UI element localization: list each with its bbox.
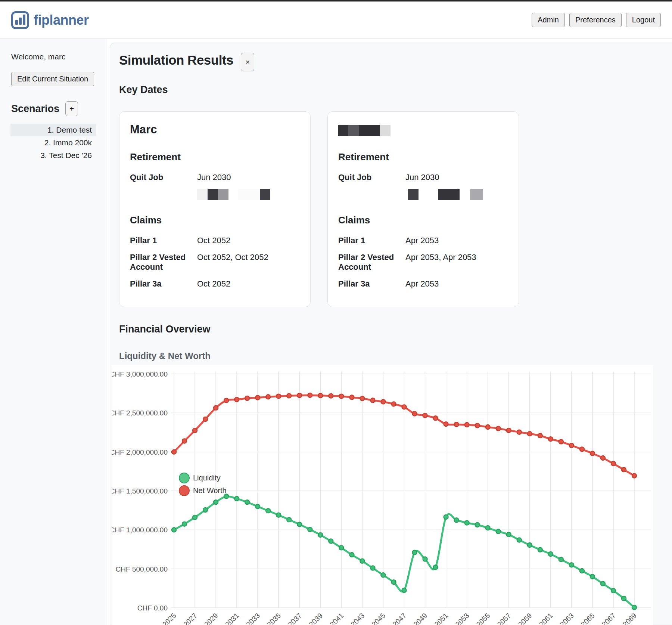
scenarios-title: Scenarios: [11, 103, 59, 115]
scenario-list: 1. Demo test 2. Immo 200k 3. Test Dec '2…: [10, 124, 96, 162]
svg-text:2053: 2053: [454, 612, 471, 625]
pillar1-value: Oct 2052: [197, 236, 299, 245]
legend-label: Liquidity: [193, 474, 220, 482]
svg-text:CHF 2,000,000.00: CHF 2,000,000.00: [112, 448, 168, 456]
chart-legend: Liquidity Net Worth: [179, 472, 227, 497]
logout-button[interactable]: Logout: [626, 13, 661, 27]
page-title: Simulation Results: [119, 53, 233, 68]
welcome-text: Welcome, marc: [11, 52, 96, 61]
svg-text:CHF 0.00: CHF 0.00: [137, 604, 168, 612]
key-dates-title: Key Dates: [119, 84, 672, 96]
svg-text:CHF 1,000,000.00: CHF 1,000,000.00: [112, 526, 168, 534]
quit-job-label: Quit Job: [130, 173, 197, 182]
quit-job-value: Jun 2030: [405, 173, 507, 182]
svg-text:2025: 2025: [161, 612, 178, 625]
edit-current-situation-button[interactable]: Edit Current Situation: [11, 72, 94, 86]
scenario-item-demo-test[interactable]: 1. Demo test: [10, 124, 96, 136]
svg-text:2067: 2067: [600, 612, 617, 625]
pillar3a-label: Pillar 3a: [338, 279, 405, 289]
claims-heading: Claims: [338, 214, 507, 226]
financial-overview-title: Financial Overview: [119, 324, 672, 335]
legend-label: Net Worth: [193, 486, 227, 495]
legend-item-net-worth[interactable]: Net Worth: [179, 485, 227, 497]
svg-text:2061: 2061: [538, 612, 554, 625]
pillar2-value: Apr 2053, Apr 2053: [405, 253, 507, 272]
svg-text:2035: 2035: [265, 612, 282, 625]
svg-text:2055: 2055: [475, 612, 492, 625]
pillar3a-label: Pillar 3a: [130, 279, 197, 289]
key-dates-card-marc: Marc Retirement Quit Job Jun 2030: [119, 111, 311, 307]
svg-text:2051: 2051: [433, 612, 450, 625]
pillar1-label: Pillar 1: [130, 236, 197, 245]
retirement-heading: Retirement: [130, 151, 299, 163]
close-results-button[interactable]: ×: [241, 53, 254, 71]
svg-text:CHF 1,500,000.00: CHF 1,500,000.00: [112, 487, 168, 495]
pillar2-label: Pillar 2 Vested Account: [338, 253, 405, 272]
person-name-redacted: [338, 122, 507, 137]
svg-text:2065: 2065: [579, 612, 596, 625]
chart-title: Liquidity & Net Worth: [119, 351, 672, 361]
svg-text:2037: 2037: [286, 612, 303, 625]
claims-heading: Claims: [130, 214, 299, 226]
svg-text:2049: 2049: [412, 612, 429, 625]
svg-text:2033: 2033: [245, 612, 261, 625]
person-name: Marc: [130, 122, 299, 137]
svg-text:2063: 2063: [559, 612, 575, 625]
sidebar: Welcome, marc Edit Current Situation Sce…: [0, 39, 107, 625]
simulation-results-panel: Simulation Results × Key Dates Marc Reti…: [110, 43, 672, 625]
add-scenario-button[interactable]: +: [65, 101, 78, 116]
header-buttons: Admin Preferences Logout: [532, 13, 661, 27]
brand-name: fiplanner: [34, 12, 89, 28]
svg-text:2057: 2057: [496, 612, 513, 625]
pillar3a-value: Apr 2053: [405, 279, 507, 289]
quit-job-value: Jun 2030: [197, 173, 299, 182]
svg-text:2069: 2069: [621, 612, 638, 625]
svg-text:2029: 2029: [203, 612, 220, 625]
key-dates-card-partner: Retirement Quit Job Jun 2030 Claims: [327, 111, 519, 307]
redacted-date-row: [197, 189, 299, 200]
pillar1-value: Apr 2053: [405, 236, 507, 245]
app-header: fiplanner Admin Preferences Logout: [0, 1, 672, 39]
redacted-date-row: [405, 189, 507, 200]
redacted-name: [338, 125, 391, 136]
svg-text:2045: 2045: [370, 612, 387, 625]
preferences-button[interactable]: Preferences: [569, 13, 622, 27]
scenario-item-test-dec-26[interactable]: 3. Test Dec '26: [10, 149, 96, 162]
scenario-item-immo-200k[interactable]: 2. Immo 200k: [10, 136, 96, 149]
net-worth-legend-dot-icon: [179, 485, 190, 496]
pillar3a-value: Oct 2052: [197, 279, 299, 289]
retirement-heading: Retirement: [338, 151, 507, 163]
svg-text:2043: 2043: [349, 612, 366, 625]
brand[interactable]: fiplanner: [11, 11, 89, 29]
quit-job-label: Quit Job: [338, 173, 405, 182]
svg-text:2059: 2059: [517, 612, 533, 625]
svg-text:2041: 2041: [328, 612, 345, 625]
bar-chart-logo-icon: [11, 11, 29, 29]
svg-text:CHF 3,000,000.00: CHF 3,000,000.00: [112, 370, 168, 378]
pillar2-label: Pillar 2 Vested Account: [130, 253, 197, 272]
pillar2-value: Oct 2052, Oct 2052: [197, 253, 299, 272]
svg-text:2027: 2027: [182, 612, 199, 625]
key-dates-cards: Marc Retirement Quit Job Jun 2030: [119, 111, 672, 307]
pillar1-label: Pillar 1: [338, 236, 405, 245]
svg-text:2031: 2031: [224, 612, 240, 625]
svg-text:2039: 2039: [307, 612, 324, 625]
liquidity-legend-dot-icon: [179, 473, 190, 483]
svg-text:2047: 2047: [391, 612, 408, 625]
svg-text:CHF 2,500,000.00: CHF 2,500,000.00: [112, 409, 168, 417]
legend-item-liquidity[interactable]: Liquidity: [179, 472, 227, 485]
svg-text:CHF 500,000.00: CHF 500,000.00: [116, 565, 168, 573]
admin-button[interactable]: Admin: [532, 13, 565, 27]
liquidity-networth-chart: CHF 0.00CHF 500,000.00CHF 1,000,000.00CH…: [112, 365, 653, 625]
